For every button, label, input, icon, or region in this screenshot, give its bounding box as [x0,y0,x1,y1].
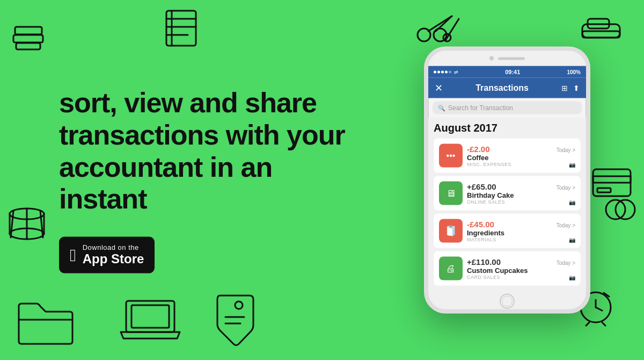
svg-rect-32 [597,188,611,192]
deco-stapler-icon [580,11,623,46]
apple-icon:  [70,247,76,264]
camera-icon: 📷 [569,274,575,280]
transaction-item[interactable]: 🖥 +£65.00 Today > Birthday Cake ONLINE S… [434,176,581,211]
transaction-icon: ••• [439,144,463,168]
phone-body: ⇌ 09:41 100% ✕ Transactions ⊞ ⬆ 🔍 Search… [424,47,590,314]
transaction-time: Today > [557,147,575,153]
transaction-amount: -£45.00 [467,219,494,228]
transaction-body: +£65.00 Today > Birthday Cake ONLINE SAL… [467,182,575,205]
app-store-button[interactable]:  Download on the App Store [59,237,155,273]
svg-rect-0 [15,27,42,34]
filter-icon[interactable]: ⊞ [561,84,568,92]
transaction-item[interactable]: 🧻 -£45.00 Today > Ingredients MATERIALS … [434,214,581,248]
transaction-icon: 🧻 [439,219,463,243]
transaction-category: MATERIALS [467,237,496,242]
camera-icon: 📷 [569,161,575,167]
left-content: sort, view and share transactions with y… [59,87,360,273]
transaction-time: Today > [557,222,575,228]
deco-card-icon [588,161,636,220]
phone-bottom-bar [428,293,586,309]
camera-icon: 📷 [569,236,575,242]
phone-top-bar [428,51,586,66]
home-button[interactable] [500,294,515,309]
transaction-body: -£2.00 Today > Coffee MISC. EXPENSES 📷 [467,144,575,167]
svg-line-21 [11,211,13,237]
app-store-small-text: Download on the [83,243,144,251]
search-placeholder-text: Search for Transaction [448,104,513,112]
status-bar: ⇌ 09:41 100% [428,66,586,78]
svg-rect-31 [593,176,631,183]
search-bar[interactable]: 🔍 Search for Transaction [433,102,582,114]
nav-close-icon[interactable]: ✕ [435,82,443,94]
phone-mockup: ⇌ 09:41 100% ✕ Transactions ⊞ ⬆ 🔍 Search… [424,47,590,314]
app-store-big-text: App Store [83,251,144,267]
transaction-icon: 🖥 [439,182,463,205]
phone-speaker [498,57,525,60]
status-battery: 100% [567,69,581,75]
app-store-text: Download on the App Store [83,243,144,267]
status-signal: ⇌ [434,69,458,75]
deco-folder-icon [16,296,75,349]
nav-bar: ✕ Transactions ⊞ ⬆ [428,78,586,98]
transaction-body: +£110.00 Today > Custom Cupcakes CARD SA… [467,257,575,280]
camera-icon: 📷 [569,199,575,205]
deco-books-icon [11,16,48,54]
transaction-name: Custom Cupcakes [467,266,575,274]
transaction-item[interactable]: 🖨 +£110.00 Today > Custom Cupcakes CARD … [434,251,581,286]
transaction-body: -£45.00 Today > Ingredients MATERIALS 📷 [467,219,575,242]
deco-tools-icon [413,8,462,46]
svg-rect-1 [13,35,43,42]
deco-laptop-icon [118,296,182,344]
svg-line-41 [602,322,605,326]
transaction-category: ONLINE SALES [467,199,505,205]
transaction-name: Coffee [467,153,575,161]
deco-barrel-icon [5,204,48,244]
transaction-time: Today > [557,184,575,190]
svg-rect-3 [166,11,196,46]
transaction-icon: 🖨 [439,257,463,280]
search-icon: 🔍 [438,104,445,111]
status-time: 09:41 [505,69,520,75]
headline: sort, view and share transactions with y… [59,87,360,215]
home-button-inner [502,296,513,307]
share-icon[interactable]: ⬆ [573,84,580,92]
svg-line-12 [445,19,459,40]
svg-line-37 [596,307,602,311]
transaction-name: Birthday Cake [467,191,575,199]
transaction-item[interactable]: ••• -£2.00 Today > Coffee MISC. EXPENSES… [434,139,581,173]
svg-rect-15 [582,31,620,38]
svg-rect-26 [131,305,169,328]
svg-rect-2 [16,43,40,49]
transaction-amount: +£65.00 [467,182,496,191]
app-content: August 2017 ••• -£2.00 Today > Coffee MI… [428,118,586,293]
nav-title: Transactions [475,83,529,93]
deco-notebook-icon [161,5,201,51]
transaction-amount: +£110.00 [467,257,501,266]
transaction-amount: -£2.00 [467,144,490,153]
svg-point-27 [235,301,243,309]
svg-line-40 [586,322,589,326]
phone-camera [489,56,494,61]
transaction-category: CARD SALES [467,275,500,280]
transaction-category: MISC. EXPENSES [467,162,511,167]
deco-tag-icon [209,290,263,355]
month-label: August 2017 [434,122,581,134]
nav-actions: ⊞ ⬆ [561,84,580,92]
svg-line-22 [40,211,43,237]
transaction-time: Today > [557,260,575,265]
transaction-name: Ingredients [467,228,575,236]
